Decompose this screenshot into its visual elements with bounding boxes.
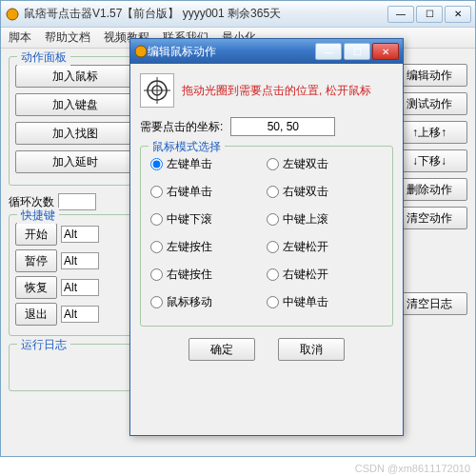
crosshair-icon[interactable] (140, 73, 174, 108)
window-controls: — ☐ ✕ (387, 6, 471, 23)
radio-mouse-move[interactable] (150, 296, 163, 308)
mouse-mode-group: 鼠标模式选择 左键单击 左键双击 右键单击 右键双击 中键下滚 中键上滚 左键按… (140, 146, 393, 327)
maximize-button[interactable]: ☐ (416, 6, 443, 23)
drag-hint: 拖动光圈到需要点击的位置, 松开鼠标 (182, 83, 371, 99)
minimize-button[interactable]: — (387, 6, 414, 23)
radio-right-click[interactable] (150, 186, 163, 198)
add-delay-button[interactable]: 加入延时 (15, 150, 135, 173)
dialog-title: 编辑鼠标动作 (148, 44, 315, 60)
hotkey-exit[interactable]: 退出 (15, 303, 57, 326)
radio-left-click[interactable] (150, 158, 163, 170)
add-mouse-button[interactable]: 加入鼠标 (15, 65, 135, 88)
opt-right-release[interactable]: 右键松开 (267, 267, 383, 283)
app-icon (5, 7, 20, 22)
opt-mid-scrollup[interactable]: 中键上滚 (267, 211, 383, 228)
menu-help[interactable]: 帮助文档 (45, 30, 90, 46)
watermark: CSDN @xm8611172010 (355, 463, 470, 474)
dialog-icon (134, 45, 148, 58)
coord-input[interactable] (230, 117, 335, 136)
opt-left-click[interactable]: 左键单击 (150, 156, 267, 172)
opt-mid-click[interactable]: 中键单击 (267, 294, 383, 310)
svg-point-1 (135, 46, 147, 57)
hotkey-pause[interactable]: 暂停 (15, 249, 57, 272)
target-row: 拖动光圈到需要点击的位置, 松开鼠标 (140, 73, 393, 108)
opt-mid-scrolldown[interactable]: 中键下滚 (150, 211, 267, 228)
opt-left-dblclick[interactable]: 左键双击 (267, 156, 383, 172)
menu-script[interactable]: 脚本 (9, 30, 31, 46)
action-panel-group: 动作面板 加入鼠标 加入键盘 加入找图 加入延时 (9, 56, 142, 186)
dialog-buttons: 确定 取消 (140, 338, 393, 361)
hotkey-title: 快捷键 (17, 208, 59, 224)
radio-left-dblclick[interactable] (267, 158, 279, 170)
radio-left-release[interactable] (267, 241, 279, 253)
opt-right-hold[interactable]: 右键按住 (150, 267, 267, 283)
log-group: 运行日志 (9, 344, 142, 391)
add-findimg-button[interactable]: 加入找图 (15, 122, 135, 145)
dialog-close-button[interactable]: ✕ (372, 43, 399, 60)
log-title: 运行日志 (17, 337, 70, 353)
radio-right-dblclick[interactable] (267, 186, 279, 198)
dialog-minimize-button[interactable]: — (315, 43, 342, 60)
opt-left-hold[interactable]: 左键按住 (150, 239, 267, 255)
hotkey-start[interactable]: 开始 (15, 223, 57, 246)
edit-mouse-dialog: 编辑鼠标动作 — ☐ ✕ 拖动光圈到需要点击的位置, 松开鼠标 需要点击的坐标:… (129, 38, 404, 436)
hotkey-pause-input[interactable] (61, 252, 99, 269)
dialog-maximize-button[interactable]: ☐ (344, 43, 370, 60)
coord-label: 需要点击的坐标: (140, 119, 223, 135)
opt-left-release[interactable]: 左键松开 (267, 239, 383, 255)
close-button[interactable]: ✕ (445, 6, 471, 23)
dialog-body: 拖动光圈到需要点击的位置, 松开鼠标 需要点击的坐标: 鼠标模式选择 左键单击 … (130, 64, 403, 370)
mouse-mode-title: 鼠标模式选择 (149, 139, 225, 155)
coord-row: 需要点击的坐标: (140, 117, 393, 136)
dialog-titlebar: 编辑鼠标动作 — ☐ ✕ (130, 39, 403, 64)
hotkey-exit-input[interactable] (61, 306, 99, 323)
opt-right-click[interactable]: 右键单击 (150, 184, 267, 200)
loop-input[interactable] (58, 193, 96, 210)
svg-point-0 (7, 9, 18, 20)
radio-mid-click[interactable] (267, 296, 279, 308)
radio-right-release[interactable] (267, 268, 279, 281)
opt-right-dblclick[interactable]: 右键双击 (267, 184, 383, 200)
window-title: 鼠痞哥点击器V1.57【前台版】 yyyy001 剩余365天 (24, 6, 387, 22)
hotkey-resume-input[interactable] (61, 279, 99, 296)
add-keyboard-button[interactable]: 加入键盘 (15, 93, 135, 116)
action-panel-title: 动作面板 (17, 50, 70, 66)
hotkey-resume[interactable]: 恢复 (15, 276, 57, 299)
left-column: 动作面板 加入鼠标 加入键盘 加入找图 加入延时 循环次数 快捷键 开始 暂停 … (9, 56, 142, 399)
radio-right-hold[interactable] (150, 268, 163, 281)
radio-mid-scrolldown[interactable] (150, 213, 163, 226)
radio-mid-scrollup[interactable] (267, 213, 279, 226)
cancel-button[interactable]: 取消 (278, 338, 345, 361)
main-titlebar: 鼠痞哥点击器V1.57【前台版】 yyyy001 剩余365天 — ☐ ✕ (1, 1, 475, 28)
hotkey-group: 快捷键 开始 暂停 恢复 退出 (9, 214, 142, 336)
hotkey-start-input[interactable] (61, 226, 99, 243)
opt-mouse-move[interactable]: 鼠标移动 (150, 294, 267, 310)
ok-button[interactable]: 确定 (188, 338, 255, 361)
radio-left-hold[interactable] (150, 241, 163, 253)
